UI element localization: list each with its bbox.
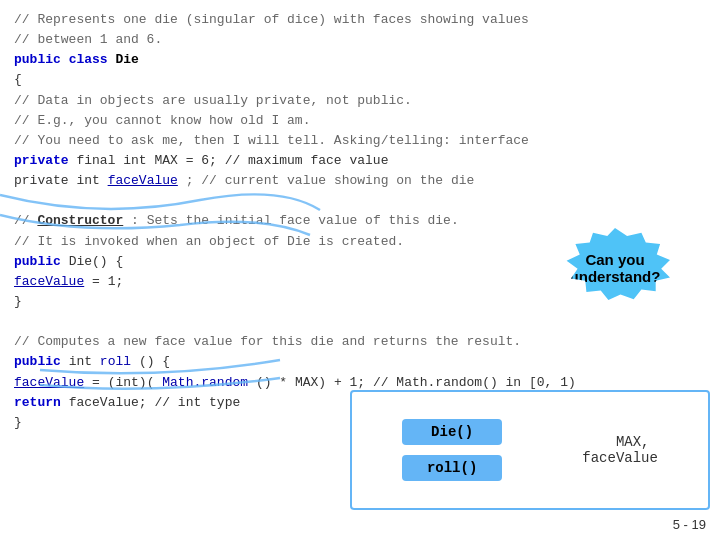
code-line-8: private final int MAX = 6; // maximum fa… [14, 151, 706, 171]
code-line-18: public int roll () { [14, 352, 706, 372]
code-line-1: // Represents one die (singular of dice)… [14, 10, 706, 30]
method-math-random: Math.random [162, 375, 248, 390]
field-facevalue-2: faceValue [14, 274, 84, 289]
callout-die[interactable]: Die() [402, 419, 502, 445]
kw-public-2: public [14, 254, 61, 269]
code-return-rest: faceValue; // int type [69, 395, 241, 410]
comment-line12: // It is invoked when an object of Die i… [14, 234, 404, 249]
code-die-constructor: Die() { [69, 254, 124, 269]
comment-line17: // Computes a new face value for this di… [14, 334, 521, 349]
code-line-6: // E.g., you cannot know how old I am. [14, 111, 706, 131]
kw-return: return [14, 395, 61, 410]
comment-line1: // Represents one die (singular of dice)… [14, 12, 529, 27]
method-roll: roll [100, 354, 131, 369]
code-int: int [69, 354, 100, 369]
code-blank-2 [14, 312, 706, 332]
comment-constructor-post: : Sets the initial face value of this di… [131, 213, 459, 228]
callout-roll[interactable]: roll() [402, 455, 502, 481]
kw-private-1: private [14, 153, 69, 168]
code-line-9: private int faceValue ; // current value… [14, 171, 706, 191]
comment-constructor-pre: // [14, 213, 37, 228]
callout-container: Die() roll() MAX, faceValue [350, 390, 710, 510]
code-line-4: { [14, 70, 706, 90]
classname-die: Die [115, 52, 138, 67]
kw-public-1: public [14, 52, 61, 67]
kw-class: class [69, 52, 108, 67]
code-line-17: // Computes a new face value for this di… [14, 332, 706, 352]
code-max: final int MAX = 6; // maximum face value [76, 153, 388, 168]
code-blank-1 [14, 191, 706, 211]
constructor-label: Constructor [37, 213, 123, 228]
brace-open: { [14, 72, 22, 87]
brace-close-1: } [14, 294, 22, 309]
comment-line6: // E.g., you cannot know how old I am. [14, 113, 310, 128]
page-number: 5 - 19 [673, 517, 706, 532]
field-facevalue-3: faceValue [14, 375, 84, 390]
code-private-int: private int [14, 173, 108, 188]
comment-line2: // between 1 and 6. [14, 32, 162, 47]
code-line-15: } [14, 292, 706, 312]
comment-line7: // You need to ask me, then I will tell.… [14, 133, 529, 148]
comment-line5: // Data in objects are usually private, … [14, 93, 412, 108]
side-label: MAX, faceValue [582, 418, 658, 482]
code-line-11: // Constructor : Sets the initial face v… [14, 211, 706, 231]
code-line-2: // between 1 and 6. [14, 30, 706, 50]
code-assign-2: = (int)( [92, 375, 154, 390]
code-line-7: // You need to ask me, then I will tell.… [14, 131, 706, 151]
code-line-3: public class Die [14, 50, 706, 70]
code-random-rest: () * MAX) + 1; // Math.random() in [0, 1… [256, 375, 576, 390]
kw-public-3: public [14, 354, 61, 369]
code-facevalue-comment: ; // current value showing on the die [186, 173, 475, 188]
field-facevalue-1: faceValue [108, 173, 178, 188]
code-assign-1: = 1; [92, 274, 123, 289]
code-line-5: // Data in objects are usually private, … [14, 91, 706, 111]
code-roll-brace: () { [139, 354, 170, 369]
code-area: // Represents one die (singular of dice)… [0, 0, 720, 443]
brace-close-2: } [14, 415, 22, 430]
